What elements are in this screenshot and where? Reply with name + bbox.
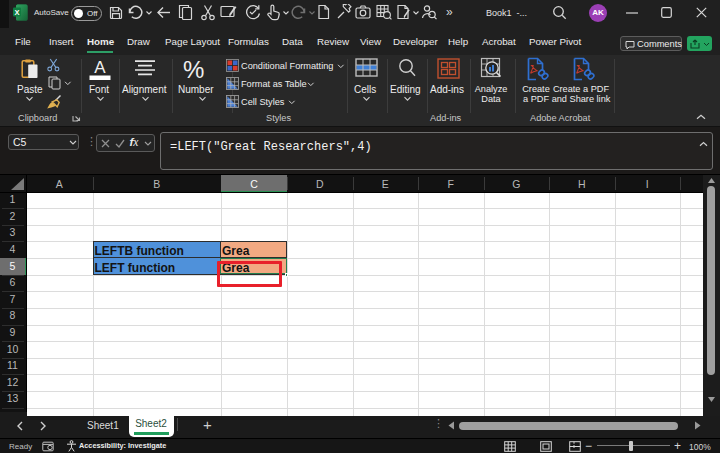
svg-text:A: A — [94, 58, 106, 77]
svg-text:X: X — [14, 8, 19, 17]
